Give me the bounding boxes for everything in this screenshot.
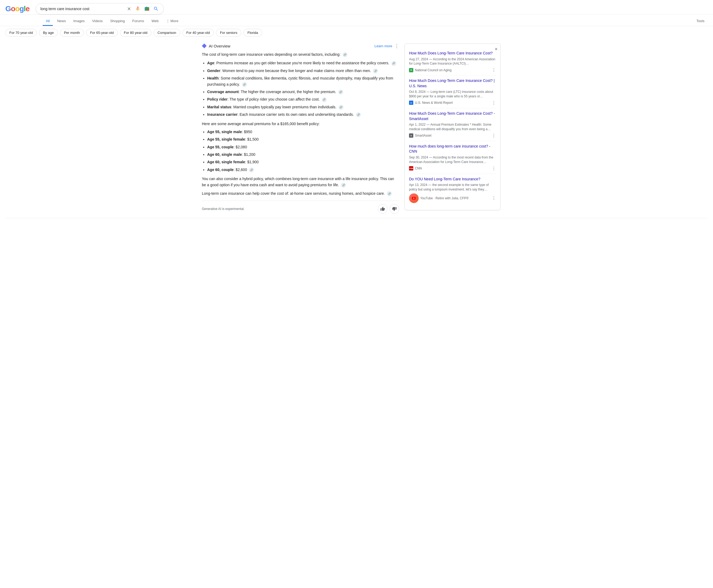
factor-marital-label: Marital status xyxy=(207,105,231,109)
source-menu-button-1[interactable]: ⋮ xyxy=(492,67,496,72)
voice-search-button[interactable] xyxy=(135,6,141,12)
source-item-3[interactable]: How Much Does Long-Term Care Insurance C… xyxy=(409,108,496,141)
ai-diamond-icon xyxy=(202,43,207,48)
premium-55-male: Age 55, single male: $950 xyxy=(207,129,399,135)
chip-by-age[interactable]: By age xyxy=(39,29,58,37)
thumbs-down-button[interactable] xyxy=(390,204,399,214)
source-favicon-4: CNN xyxy=(409,166,413,170)
source-name-3: SmartAsset xyxy=(415,134,431,138)
image-search-button[interactable] xyxy=(144,6,150,12)
tab-forums[interactable]: Forums xyxy=(129,17,147,26)
factor-rider: Policy rider: The type of policy rider y… xyxy=(207,96,399,102)
premium-60-couple: Age 60, couple: $2,600 🔗 xyxy=(207,167,399,173)
thumbs-down-icon xyxy=(392,207,397,211)
ai-footer: Generative AI is experimental. xyxy=(202,201,399,214)
logo-letter-o2: o xyxy=(15,4,19,13)
premium-55-female: Age 55, single female: $1,500 xyxy=(207,136,399,142)
source-favicon-3: S xyxy=(409,133,413,138)
link-icon[interactable]: 🔗 xyxy=(343,52,347,57)
premium-55-couple: Age 55, couple: $2,080 xyxy=(207,144,399,150)
chip-40-year-old[interactable]: For 40 year-old xyxy=(182,29,214,37)
logo-letter-g2: g xyxy=(19,4,24,13)
source-item-4[interactable]: How much does long-term care insurance c… xyxy=(409,141,496,174)
factor-carrier-label: Insurance carrier xyxy=(207,112,238,117)
source-snippet-2: Oct 8, 2024 — Long-term care (LTC) insur… xyxy=(409,90,496,99)
source-title-4: How much does long-term care insurance c… xyxy=(409,144,496,154)
link-icon-carrier[interactable]: 🔗 xyxy=(356,112,361,117)
ai-overview-title: AI Overview xyxy=(202,43,230,48)
link-icon-gender[interactable]: 🔗 xyxy=(373,68,378,74)
source-title-2: How Much Does Long-Term Care Insurance C… xyxy=(409,78,496,89)
logo-letter-g: G xyxy=(5,4,11,13)
chip-comparison[interactable]: Comparison xyxy=(154,29,180,37)
factor-age-label: Age xyxy=(207,61,214,65)
source-menu-button-5[interactable]: ⋮ xyxy=(492,195,496,201)
source-menu-button-2[interactable]: ⋮ xyxy=(492,100,496,105)
source-item-2[interactable]: How Much Does Long-Term Care Insurance C… xyxy=(409,76,496,108)
chip-70-year-old[interactable]: For 70 year-old xyxy=(5,29,37,37)
source-item-5[interactable]: Do YOU Need Long-Term Care Insurance? Ap… xyxy=(409,174,496,206)
ai-overview-actions: Learn more ⋮ xyxy=(375,43,399,48)
chip-florida[interactable]: Florida xyxy=(243,29,262,37)
link-icon-premiums[interactable]: 🔗 xyxy=(249,168,254,172)
tab-news[interactable]: News xyxy=(54,17,69,26)
chip-80-year-old[interactable]: For 80 year-old xyxy=(120,29,151,37)
link-icon-marital[interactable]: 🔗 xyxy=(339,105,343,110)
source-menu-button-3[interactable]: ⋮ xyxy=(492,133,496,138)
link-icon-age[interactable]: 🔗 xyxy=(391,61,396,66)
link-icon-coverage2[interactable]: 🔗 xyxy=(387,191,392,196)
ai-overview-body: The cost of long-term care insurance var… xyxy=(202,51,399,196)
factor-health: Health: Some medical conditions, like de… xyxy=(207,75,399,87)
tab-tools[interactable]: Tools xyxy=(693,17,708,26)
source-menu-button-4[interactable]: ⋮ xyxy=(492,166,496,171)
link-icon-rider[interactable]: 🔗 xyxy=(322,97,327,102)
source-snippet-4: Sep 30, 2024 — According to the most rec… xyxy=(409,155,496,164)
coverage-text: Long-term care insurance can help cover … xyxy=(202,190,399,196)
tab-web[interactable]: Web xyxy=(148,17,162,26)
search-icons xyxy=(126,6,159,12)
factor-marital: Marital status: Married couples typicall… xyxy=(207,104,399,110)
sources-close-button[interactable]: × xyxy=(495,46,498,52)
hybrid-policy-text: You can also consider a hybrid policy, w… xyxy=(202,176,399,188)
factor-carrier: Insurance carrier: Each insurance carrie… xyxy=(207,111,399,118)
ai-overview-menu-button[interactable]: ⋮ xyxy=(394,43,399,48)
source-origin-4: CNN CNN xyxy=(409,166,422,170)
tab-all[interactable]: All xyxy=(43,17,53,26)
chip-seniors[interactable]: For seniors xyxy=(216,29,241,37)
search-button[interactable] xyxy=(153,6,159,12)
source-name-4: CNN xyxy=(415,166,422,170)
chip-per-month[interactable]: Per month xyxy=(60,29,84,37)
tab-shopping[interactable]: Shopping xyxy=(107,17,128,26)
google-logo: Google xyxy=(5,4,29,13)
learn-more-button[interactable]: Learn more xyxy=(375,44,392,48)
source-meta-3: S SmartAsset ⋮ xyxy=(409,133,496,138)
factor-health-label: Health xyxy=(207,76,219,80)
header: Google xyxy=(0,0,713,15)
factor-rider-label: Policy rider xyxy=(207,97,228,101)
side-panel: × How Much Does Long-Term Care Insurance… xyxy=(405,39,500,218)
source-meta-5: YouTube · Retire with Julia, CFP® ⋮ xyxy=(409,193,496,203)
factor-age: Age: Premiums increase as you get older … xyxy=(207,60,399,66)
link-icon-hybrid[interactable]: 🔗 xyxy=(341,183,346,188)
clear-search-button[interactable] xyxy=(126,6,132,12)
thumbs-up-button[interactable] xyxy=(378,204,387,214)
ai-intro-text: The cost of long-term care insurance var… xyxy=(202,51,399,57)
search-bar xyxy=(36,3,164,15)
link-icon-coverage[interactable]: 🔗 xyxy=(338,90,343,94)
source-origin-5: YouTube · Retire with Julia, CFP® xyxy=(409,193,469,203)
link-icon-health[interactable]: 🔗 xyxy=(242,82,247,87)
sources-card: × How Much Does Long-Term Care Insurance… xyxy=(405,43,500,210)
search-input[interactable] xyxy=(40,7,124,11)
camera-icon xyxy=(144,6,150,12)
logo-letter-l: l xyxy=(24,4,26,13)
source-origin-2: U U.S. News & World Report xyxy=(409,101,453,105)
factor-coverage-label: Coverage amount xyxy=(207,90,239,94)
premiums-intro-text: Here are some average annual premiums fo… xyxy=(202,121,399,127)
tab-more[interactable]: ⋮ More xyxy=(163,17,181,26)
chip-65-year-old[interactable]: For 65-year-old xyxy=(86,29,118,37)
source-item-1[interactable]: How Much Does Long-Term Care Insurance C… xyxy=(409,48,496,76)
tab-images[interactable]: Images xyxy=(70,17,88,26)
premiums-list: Age 55, single male: $950 Age 55, single… xyxy=(207,129,399,173)
tab-videos[interactable]: Videos xyxy=(89,17,106,26)
source-origin-1: N National Council on Aging xyxy=(409,68,451,72)
